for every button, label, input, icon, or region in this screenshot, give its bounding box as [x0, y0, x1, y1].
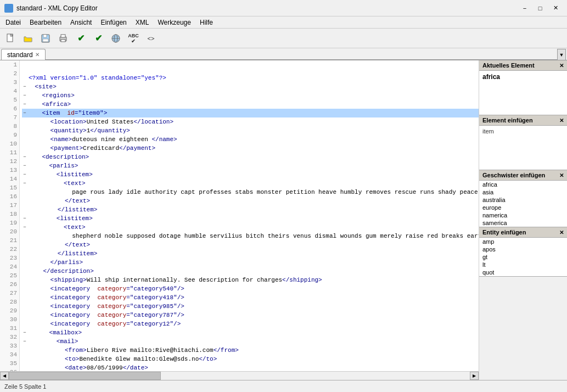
sibling-item[interactable]: africa — [479, 181, 567, 188]
code-line-6[interactable]: <location>United States</location> — [22, 117, 479, 126]
code-line-9[interactable]: <payment>Creditcard</payment> — [22, 144, 479, 153]
expand-icon-31[interactable]: − — [22, 337, 27, 346]
current-element-title: Aktuelles Element — [482, 62, 535, 69]
menu-item-datei[interactable]: Datei — [1, 16, 25, 29]
line-num-29: 29 — [0, 306, 19, 315]
code-line-4[interactable]: − <africa> — [22, 100, 479, 109]
sibling-item[interactable]: australia — [479, 196, 567, 204]
minimize-button[interactable]: − — [518, 3, 532, 14]
expand-icon-4[interactable]: − — [22, 100, 27, 109]
code-line-27[interactable]: <incategory category="category985"/> — [22, 302, 479, 311]
code-line-23[interactable]: </description> — [22, 267, 479, 276]
expand-icon-13[interactable]: − — [22, 179, 27, 188]
spell-check-button[interactable]: ABC✔ — [125, 31, 142, 46]
current-element-close[interactable]: ✕ — [559, 63, 564, 69]
open-file-button[interactable] — [20, 31, 36, 46]
code-line-8[interactable]: <name>duteous nine eighteen </name> — [22, 135, 479, 144]
print-button[interactable] — [55, 31, 71, 46]
code-line-19[interactable]: shepherd noble supposed dotage humble se… — [22, 232, 479, 240]
line-num-8: 8 — [0, 122, 19, 131]
scroll-right-button[interactable]: ▶ — [470, 372, 479, 380]
new-file-button[interactable] — [2, 31, 19, 46]
validate2-button[interactable]: ✔ — [90, 31, 106, 46]
line-num-1: 1 — [0, 60, 19, 69]
save-file-button[interactable] — [37, 31, 54, 46]
code-line-16[interactable]: </listitem> — [22, 205, 479, 214]
entity-item[interactable]: amp — [479, 238, 567, 245]
sibling-item[interactable]: namerica — [479, 211, 567, 219]
code-line-17[interactable]: − <listitem> — [22, 214, 479, 223]
scroll-left-button[interactable]: ◀ — [0, 372, 9, 380]
expand-icon-5[interactable]: − — [22, 109, 27, 117]
horiz-scrollbar[interactable]: ◀ ▶ — [0, 371, 479, 380]
expand-icon-30[interactable]: − — [22, 328, 27, 337]
code-line-10[interactable]: − <description> — [22, 153, 479, 161]
menu-item-ansicht[interactable]: Ansicht — [66, 16, 96, 29]
insert-element-content[interactable]: item — [479, 126, 567, 170]
code-line-1[interactable]: <?xml version="1.0" standalone="yes"?> — [22, 74, 479, 82]
code-line-20[interactable]: </text> — [22, 240, 479, 249]
expand-icon-10[interactable]: − — [22, 153, 27, 161]
code-line-32[interactable]: <from>Libero Rive mailto:Rive@hitachi.co… — [22, 346, 479, 355]
entity-item[interactable]: apos — [479, 245, 567, 253]
menu-item-werkzeuge[interactable]: Werkzeuge — [153, 16, 195, 29]
tab-close-button[interactable]: ✕ — [35, 52, 40, 58]
code-line-22[interactable]: </parlis> — [22, 258, 479, 267]
entity-item[interactable]: quot — [479, 268, 567, 276]
expand-icon-2[interactable]: − — [22, 82, 27, 91]
code-line-25[interactable]: <incategory category="category540"/> — [22, 284, 479, 293]
code-line-7[interactable]: <quantity>1</quantity> — [22, 126, 479, 135]
code-line-12[interactable]: − <listitem> — [22, 170, 479, 179]
expand-icon-18[interactable]: − — [22, 223, 27, 232]
scroll-track[interactable] — [9, 372, 470, 380]
insert-sibling-close[interactable]: ✕ — [559, 172, 564, 178]
code-line-29[interactable]: <incategory category="category12"/> — [22, 320, 479, 328]
code-line-24[interactable]: <shipping>Will ship internationally. See… — [22, 276, 479, 284]
code-line-11[interactable]: − <parlis> — [22, 161, 479, 170]
code-line-15[interactable]: </text> — [22, 197, 479, 205]
insert-element-close[interactable]: ✕ — [559, 117, 564, 124]
menu-item-xml[interactable]: XML — [131, 16, 154, 29]
menu-item-einfügen[interactable]: Einfügen — [96, 16, 131, 29]
code-line-3[interactable]: − <regions> — [22, 91, 479, 100]
line-num-11: 11 — [0, 148, 19, 157]
code-line-5[interactable]: − <item id="item0"> — [22, 109, 479, 117]
code-line-26[interactable]: <incategory category="category418"/> — [22, 293, 479, 302]
tag-button[interactable]: <> — [143, 31, 159, 46]
sibling-item[interactable]: asia — [479, 188, 567, 196]
code-area[interactable]: <?xml version="1.0" standalone="yes"?>− … — [20, 60, 479, 371]
code-line-30[interactable]: − <mailbox> — [22, 328, 479, 337]
line-num-36: 36 — [0, 368, 19, 371]
code-line-33[interactable]: <to>Benedikte Glew mailto:Glew@sds.no</t… — [22, 355, 479, 363]
maximize-button[interactable]: □ — [533, 3, 547, 14]
entity-item[interactable]: lt — [479, 261, 567, 268]
code-line-2[interactable]: − <site> — [22, 82, 479, 91]
expand-icon-12[interactable]: − — [22, 170, 27, 179]
code-line-13[interactable]: − <text> — [22, 179, 479, 188]
code-line-34[interactable]: <date>08/05/1999</date> — [22, 363, 479, 371]
code-line-14[interactable]: page rous lady idle authority capt profe… — [22, 188, 479, 197]
expand-icon-11[interactable]: − — [22, 161, 27, 170]
editor-scroll[interactable]: 1234567891011121314151617181920212223242… — [0, 60, 479, 371]
tab-standard[interactable]: standard ✕ — [1, 49, 46, 60]
close-button[interactable]: ✕ — [548, 3, 563, 14]
code-line-18[interactable]: − <text> — [22, 223, 479, 232]
menu-item-hilfe[interactable]: Hilfe — [195, 16, 217, 29]
code-line-28[interactable]: <incategory category="category787"/> — [22, 311, 479, 320]
code-line-21[interactable]: </listitem> — [22, 249, 479, 258]
expand-icon-3[interactable]: − — [22, 91, 27, 100]
sibling-item[interactable]: samerica — [479, 219, 567, 227]
entity-list: ampaposgtltquot — [479, 238, 567, 276]
code-line-31[interactable]: − <mail> — [22, 337, 479, 346]
insert-entity-close[interactable]: ✕ — [559, 229, 564, 236]
menu-item-bearbeiten[interactable]: Bearbeiten — [25, 16, 66, 29]
line-num-20: 20 — [0, 227, 19, 236]
sibling-item[interactable]: europe — [479, 204, 567, 211]
validate-button[interactable]: ✔ — [72, 31, 89, 46]
entity-item[interactable]: gt — [479, 253, 567, 261]
browser-button[interactable] — [108, 31, 124, 46]
line-num-6: 6 — [0, 104, 19, 113]
tab-dropdown-button[interactable]: ▼ — [557, 49, 566, 60]
status-bar: Zeile 5 Spalte 1 — [0, 380, 567, 392]
expand-icon-17[interactable]: − — [22, 214, 27, 223]
